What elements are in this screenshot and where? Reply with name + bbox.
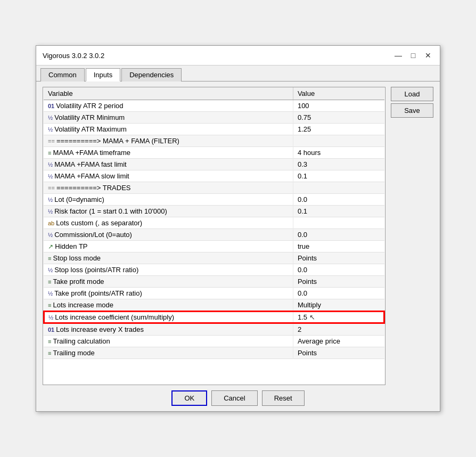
table-row[interactable]: ½ Risk factor (1 = start 0.1 with 10'000… — [44, 206, 384, 217]
variable-cell: == ==========> TRADES — [44, 182, 293, 194]
variable-cell: 01 Volatility ATR 2 period — [44, 100, 293, 112]
value-cell: 1.25 — [293, 124, 384, 135]
value-cell — [293, 182, 384, 194]
row-icon: ≡ — [48, 350, 53, 356]
table-row[interactable]: ½ Take profit (points/ATR ratio)0.0 — [44, 288, 384, 299]
value-cell: 0.75 — [293, 112, 384, 124]
row-icon: ≡ — [48, 255, 53, 262]
content-area: Variable Value 01 Volatility ATR 2 perio… — [36, 81, 440, 411]
table-row[interactable]: ½ Stop loss (points/ATR ratio)0.0 — [44, 264, 384, 276]
tab-bar: Common Inputs Dependencies — [36, 66, 440, 81]
col-value: Value — [293, 87, 384, 100]
table-row[interactable]: == ==========> MAMA + FAMA (FILTER) — [44, 135, 384, 147]
variable-cell: ½ Lot (0=dynamic) — [44, 194, 293, 206]
row-icon: ½ — [48, 208, 54, 215]
variable-cell: ≡ Stop loss mode — [44, 252, 293, 264]
table-row[interactable]: ≡ Lots increase modeMultiply — [44, 299, 384, 312]
reset-button[interactable]: Reset — [262, 390, 305, 406]
value-cell: 0.0 — [293, 288, 384, 299]
row-icon: 01 — [48, 327, 56, 333]
cancel-button[interactable]: Cancel — [211, 390, 257, 406]
load-button[interactable]: Load — [391, 87, 433, 101]
table-wrapper: Variable Value 01 Volatility ATR 2 perio… — [43, 87, 385, 385]
value-cell: 0.1 — [293, 170, 384, 182]
variable-cell: 01 Lots increase every X trades — [44, 323, 293, 336]
variable-cell: ½ Lots increase coefficient (sum/multipl… — [44, 311, 293, 323]
table-row[interactable]: ½ Lots increase coefficient (sum/multipl… — [44, 311, 384, 323]
row-icon: ½ — [48, 314, 55, 321]
row-icon: ≡ — [48, 150, 53, 156]
table-row[interactable]: ↗ Hidden TPtrue — [44, 241, 384, 252]
value-cell: 0.1 — [293, 206, 384, 217]
table-row[interactable]: == ==========> TRADES — [44, 182, 384, 194]
value-cell: Points — [293, 276, 384, 288]
table-row[interactable]: ½ Volatility ATR Maximum1.25 — [44, 124, 384, 135]
table-row[interactable]: 01 Volatility ATR 2 period100 — [44, 100, 384, 112]
variable-cell: ½ Risk factor (1 = start 0.1 with 10'000… — [44, 206, 293, 217]
variable-cell: == ==========> MAMA + FAMA (FILTER) — [44, 135, 293, 147]
row-icon: == — [48, 185, 56, 191]
maximize-button[interactable]: □ — [408, 50, 418, 61]
tab-common[interactable]: Common — [40, 68, 85, 81]
variable-cell: ≡ MAMA +FAMA timeframe — [44, 147, 293, 159]
value-cell: 1.5 ↖ — [293, 311, 384, 323]
ok-button[interactable]: OK — [171, 390, 207, 406]
main-window: Vigorous 3.0.2 3.0.2 — □ ✕ Common Inputs… — [36, 45, 440, 412]
value-cell: 100 — [293, 100, 384, 112]
save-button[interactable]: Save — [391, 103, 433, 118]
row-icon: ≡ — [48, 302, 53, 308]
variable-cell: ½ MAMA +FAMA slow limit — [44, 170, 293, 182]
table-row[interactable]: ½ MAMA +FAMA fast limit0.3 — [44, 159, 384, 170]
variable-cell: ≡ Trailing calculation — [44, 336, 293, 347]
value-cell: 2 — [293, 323, 384, 336]
row-icon: == — [48, 138, 56, 144]
table-row[interactable]: ½ Commission/Lot (0=auto)0.0 — [44, 229, 384, 241]
value-cell: 0.0 — [293, 264, 384, 276]
row-icon: ½ — [48, 267, 54, 273]
row-icon: ½ — [48, 232, 54, 238]
window-controls: — □ ✕ — [393, 50, 433, 61]
row-icon: ½ — [48, 115, 54, 121]
value-cell: 0.3 — [293, 159, 384, 170]
col-variable: Variable — [44, 87, 293, 100]
table-container[interactable]: Variable Value 01 Volatility ATR 2 perio… — [43, 87, 385, 385]
value-cell: 0.0 — [293, 194, 384, 206]
table-row[interactable]: ≡ MAMA +FAMA timeframe4 hours — [44, 147, 384, 159]
side-buttons: Load Save — [391, 87, 433, 385]
minimize-button[interactable]: — — [393, 50, 404, 61]
row-icon: ½ — [48, 290, 54, 297]
table-row[interactable]: ab Lots custom (, as separator) — [44, 217, 384, 229]
tab-dependencies[interactable]: Dependencies — [121, 68, 182, 81]
table-row[interactable]: ½ Lot (0=dynamic)0.0 — [44, 194, 384, 206]
table-row[interactable]: 01 Lots increase every X trades2 — [44, 323, 384, 336]
value-cell: Points — [293, 252, 384, 264]
table-row[interactable]: ≡ Trailing calculationAverage price — [44, 336, 384, 347]
table-row[interactable]: ≡ Stop loss modePoints — [44, 252, 384, 264]
variable-cell: ½ MAMA +FAMA fast limit — [44, 159, 293, 170]
row-icon: ≡ — [48, 338, 53, 345]
value-cell: true — [293, 241, 384, 252]
table-row[interactable]: ½ MAMA +FAMA slow limit0.1 — [44, 170, 384, 182]
value-cell — [293, 217, 384, 229]
variable-cell: ≡ Trailing mode — [44, 347, 293, 359]
variable-cell: ½ Take profit (points/ATR ratio) — [44, 288, 293, 299]
value-cell: Average price — [293, 336, 384, 347]
row-icon: ½ — [48, 126, 54, 133]
table-row[interactable]: ½ Volatility ATR Minimum0.75 — [44, 112, 384, 124]
close-button[interactable]: ✕ — [423, 50, 433, 61]
value-cell: Points — [293, 347, 384, 359]
tab-inputs[interactable]: Inputs — [86, 68, 120, 81]
row-icon: 01 — [48, 103, 56, 109]
variable-cell: ≡ Take profit mode — [44, 276, 293, 288]
value-cell: 0.0 — [293, 229, 384, 241]
row-icon: ab — [48, 220, 56, 226]
value-cell: Multiply — [293, 299, 384, 312]
variable-cell: ½ Volatility ATR Minimum — [44, 112, 293, 124]
table-row[interactable]: ≡ Trailing modePoints — [44, 347, 384, 359]
title-bar: Vigorous 3.0.2 3.0.2 — □ ✕ — [36, 46, 440, 66]
variable-cell: ↗ Hidden TP — [44, 241, 293, 252]
variable-cell: ≡ Lots increase mode — [44, 299, 293, 312]
row-icon: ½ — [48, 173, 54, 179]
table-row[interactable]: ≡ Take profit modePoints — [44, 276, 384, 288]
inputs-table: Variable Value 01 Volatility ATR 2 perio… — [43, 87, 385, 359]
